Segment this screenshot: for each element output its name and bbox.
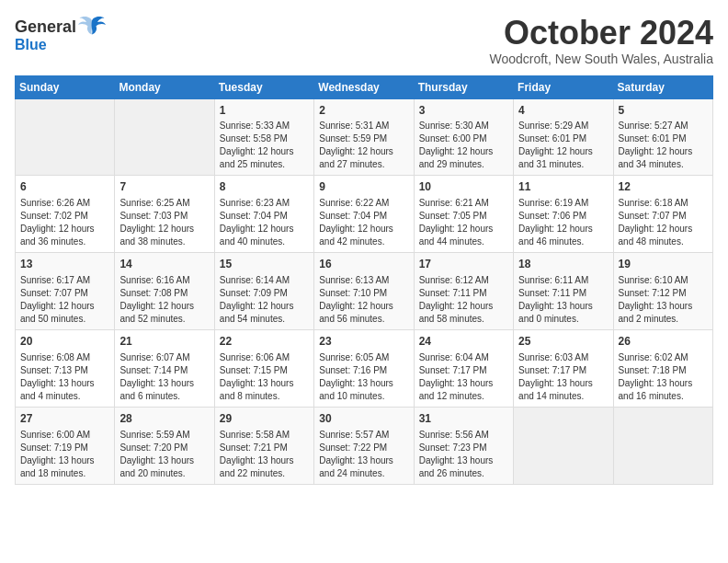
sunrise-text: Sunrise: 5:29 AM — [518, 121, 588, 131]
daylight-text: Daylight: 12 hours and 29 minutes. — [419, 146, 494, 169]
day-number: 17 — [419, 257, 508, 272]
daylight-text: Daylight: 13 hours and 8 minutes. — [220, 378, 294, 401]
sunset-text: Sunset: 7:15 PM — [220, 365, 288, 375]
calendar-week-row: 13 Sunrise: 6:17 AM Sunset: 7:07 PM Dayl… — [16, 253, 713, 330]
daylight-text: Daylight: 12 hours and 36 minutes. — [20, 224, 95, 247]
calendar-header-cell: Wednesday — [314, 75, 414, 98]
calendar-week-row: 27 Sunrise: 6:00 AM Sunset: 7:19 PM Dayl… — [16, 407, 713, 484]
calendar-body: 1 Sunrise: 5:33 AM Sunset: 5:58 PM Dayli… — [16, 98, 713, 484]
sunset-text: Sunset: 7:11 PM — [518, 288, 586, 298]
calendar-day-cell: 22 Sunrise: 6:06 AM Sunset: 7:15 PM Dayl… — [214, 329, 313, 407]
sunrise-text: Sunrise: 6:19 AM — [518, 198, 588, 208]
daylight-text: Daylight: 13 hours and 24 minutes. — [319, 455, 393, 478]
calendar-day-cell: 31 Sunrise: 5:56 AM Sunset: 7:23 PM Dayl… — [414, 407, 513, 484]
daylight-text: Daylight: 13 hours and 2 minutes. — [619, 301, 693, 324]
sunset-text: Sunset: 7:02 PM — [20, 211, 88, 221]
sunset-text: Sunset: 7:07 PM — [20, 288, 88, 298]
daylight-text: Daylight: 13 hours and 16 minutes. — [619, 378, 693, 401]
calendar-day-cell: 25 Sunrise: 6:03 AM Sunset: 7:17 PM Dayl… — [514, 329, 613, 407]
day-number: 5 — [619, 103, 708, 119]
sunrise-text: Sunrise: 6:26 AM — [20, 198, 90, 208]
sunrise-text: Sunrise: 6:22 AM — [319, 198, 389, 208]
sunrise-text: Sunrise: 6:13 AM — [319, 275, 389, 285]
sunrise-text: Sunrise: 6:23 AM — [220, 198, 290, 208]
sunrise-text: Sunrise: 6:21 AM — [419, 198, 489, 208]
sunset-text: Sunset: 7:14 PM — [119, 365, 188, 375]
calendar-day-cell: 8 Sunrise: 6:23 AM Sunset: 7:04 PM Dayli… — [214, 176, 313, 253]
sunset-text: Sunset: 7:20 PM — [119, 442, 188, 453]
day-number: 26 — [619, 334, 708, 350]
sunset-text: Sunset: 7:13 PM — [20, 365, 88, 375]
day-number: 14 — [119, 257, 209, 272]
sunset-text: Sunset: 7:22 PM — [319, 442, 387, 453]
location-title: Woodcroft, New South Wales, Australia — [489, 52, 713, 66]
day-number: 12 — [619, 179, 708, 195]
sunrise-text: Sunrise: 6:25 AM — [119, 198, 189, 208]
logo-bird-icon — [78, 15, 106, 40]
calendar-day-cell: 7 Sunrise: 6:25 AM Sunset: 7:03 PM Dayli… — [115, 176, 214, 253]
calendar-day-cell: 2 Sunrise: 5:31 AM Sunset: 5:59 PM Dayli… — [314, 98, 414, 176]
day-number: 24 — [419, 334, 508, 350]
sunrise-text: Sunrise: 6:07 AM — [119, 352, 189, 362]
day-number: 15 — [220, 257, 309, 272]
sunrise-text: Sunrise: 6:11 AM — [518, 275, 588, 285]
calendar-header-cell: Sunday — [16, 75, 115, 98]
calendar-header-row: SundayMondayTuesdayWednesdayThursdayFrid… — [16, 75, 713, 98]
sunset-text: Sunset: 5:59 PM — [319, 133, 387, 144]
sunset-text: Sunset: 7:18 PM — [619, 365, 687, 375]
daylight-text: Daylight: 12 hours and 58 minutes. — [419, 301, 494, 324]
day-number: 21 — [119, 334, 209, 350]
calendar-day-cell: 5 Sunrise: 5:27 AM Sunset: 6:01 PM Dayli… — [613, 98, 712, 176]
day-number: 22 — [220, 334, 309, 350]
daylight-text: Daylight: 12 hours and 38 minutes. — [119, 224, 194, 247]
daylight-text: Daylight: 12 hours and 46 minutes. — [518, 224, 593, 247]
day-number: 18 — [518, 257, 608, 272]
daylight-text: Daylight: 12 hours and 54 minutes. — [220, 301, 294, 324]
sunset-text: Sunset: 7:03 PM — [119, 211, 188, 221]
month-title: October 2024 — [489, 15, 713, 52]
calendar-day-cell: 15 Sunrise: 6:14 AM Sunset: 7:09 PM Dayl… — [214, 253, 313, 330]
sunrise-text: Sunrise: 6:08 AM — [20, 352, 90, 362]
calendar-day-cell: 3 Sunrise: 5:30 AM Sunset: 6:00 PM Dayli… — [414, 98, 513, 176]
calendar-week-row: 1 Sunrise: 5:33 AM Sunset: 5:58 PM Dayli… — [16, 98, 713, 176]
sunset-text: Sunset: 7:23 PM — [419, 442, 487, 453]
day-number: 29 — [220, 411, 309, 427]
calendar-day-cell: 6 Sunrise: 6:26 AM Sunset: 7:02 PM Dayli… — [16, 176, 115, 253]
sunrise-text: Sunrise: 5:33 AM — [220, 121, 290, 131]
calendar-header-cell: Tuesday — [214, 75, 313, 98]
sunrise-text: Sunrise: 5:58 AM — [220, 430, 290, 440]
calendar-day-cell: 29 Sunrise: 5:58 AM Sunset: 7:21 PM Dayl… — [214, 407, 313, 484]
sunrise-text: Sunrise: 6:02 AM — [619, 352, 688, 362]
sunrise-text: Sunrise: 6:04 AM — [419, 352, 489, 362]
day-number: 13 — [20, 257, 109, 272]
daylight-text: Daylight: 13 hours and 22 minutes. — [220, 455, 294, 478]
day-number: 16 — [319, 257, 408, 272]
sunrise-text: Sunrise: 6:06 AM — [220, 352, 290, 362]
sunrise-text: Sunrise: 5:31 AM — [319, 121, 389, 131]
sunset-text: Sunset: 7:07 PM — [619, 211, 687, 221]
sunset-text: Sunset: 7:21 PM — [220, 442, 288, 453]
day-number: 19 — [619, 257, 708, 272]
sunrise-text: Sunrise: 6:03 AM — [518, 352, 588, 362]
sunset-text: Sunset: 7:11 PM — [419, 288, 487, 298]
calendar-day-cell: 21 Sunrise: 6:07 AM Sunset: 7:14 PM Dayl… — [115, 329, 214, 407]
sunrise-text: Sunrise: 6:10 AM — [619, 275, 688, 285]
sunrise-text: Sunrise: 6:05 AM — [319, 352, 389, 362]
sunset-text: Sunset: 7:04 PM — [319, 211, 387, 221]
day-number: 1 — [220, 103, 309, 119]
calendar-day-cell: 27 Sunrise: 6:00 AM Sunset: 7:19 PM Dayl… — [16, 407, 115, 484]
daylight-text: Daylight: 12 hours and 56 minutes. — [319, 301, 393, 324]
calendar-week-row: 6 Sunrise: 6:26 AM Sunset: 7:02 PM Dayli… — [16, 176, 713, 253]
sunrise-text: Sunrise: 5:57 AM — [319, 430, 389, 440]
daylight-text: Daylight: 12 hours and 50 minutes. — [20, 301, 95, 324]
calendar-day-cell: 30 Sunrise: 5:57 AM Sunset: 7:22 PM Dayl… — [314, 407, 414, 484]
calendar-day-cell — [613, 407, 712, 484]
day-number: 6 — [20, 179, 109, 195]
daylight-text: Daylight: 13 hours and 26 minutes. — [419, 455, 494, 478]
calendar-day-cell — [16, 98, 115, 176]
daylight-text: Daylight: 13 hours and 4 minutes. — [20, 378, 95, 401]
day-number: 27 — [20, 411, 109, 427]
sunrise-text: Sunrise: 5:59 AM — [119, 430, 189, 440]
sunset-text: Sunset: 7:10 PM — [319, 288, 387, 298]
daylight-text: Daylight: 13 hours and 6 minutes. — [119, 378, 194, 401]
